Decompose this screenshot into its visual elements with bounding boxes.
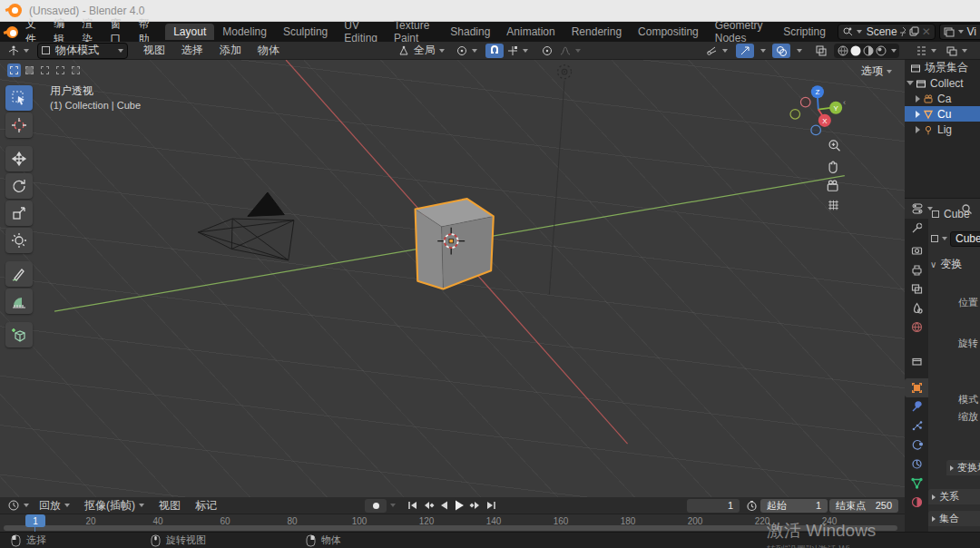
select-subtract-mode[interactable]: [38, 64, 52, 77]
new-scene-icon[interactable]: [908, 26, 919, 37]
light-object[interactable]: [549, 65, 571, 295]
menu-add[interactable]: 添加: [211, 43, 250, 58]
delta-transform-panel[interactable]: 变换增量: [946, 460, 980, 475]
menu-object[interactable]: 物体: [250, 43, 288, 58]
tab-output[interactable]: [905, 260, 928, 279]
select-invert-mode[interactable]: [54, 64, 67, 77]
mode-selector[interactable]: 物体模式: [37, 43, 128, 59]
use-preview-range-icon[interactable]: [746, 500, 758, 512]
tab-modifiers[interactable]: [905, 397, 928, 416]
outliner-light[interactable]: Lig: [905, 122, 980, 137]
blender-app-icon[interactable]: [6, 26, 18, 38]
view-layer-selector[interactable]: Vi: [939, 24, 980, 40]
menu-timeline-view[interactable]: 视图: [152, 498, 188, 514]
camera-view-button[interactable]: [828, 181, 838, 191]
tab-material[interactable]: [905, 493, 928, 512]
current-frame-field[interactable]: 1: [687, 499, 740, 513]
outliner-display-mode[interactable]: [912, 44, 939, 58]
tool-move[interactable]: [5, 146, 33, 171]
scene-name[interactable]: Scene: [867, 25, 897, 38]
tab-constraints[interactable]: [905, 455, 928, 474]
tab-physics[interactable]: [905, 435, 928, 455]
tab-animation[interactable]: Animation: [498, 24, 563, 40]
visibility-popover[interactable]: [703, 44, 730, 58]
tab-world[interactable]: [905, 318, 928, 337]
collections-panel[interactable]: 集合: [928, 511, 980, 526]
tab-particles[interactable]: [905, 416, 928, 435]
tab-collection[interactable]: [905, 352, 928, 371]
outliner-camera[interactable]: Ca: [905, 91, 980, 106]
axis-neg-y-ball[interactable]: [790, 110, 800, 120]
auto-keyframe-toggle[interactable]: [365, 499, 387, 513]
menu-view[interactable]: 视图: [135, 43, 173, 58]
xray-toggle[interactable]: [812, 44, 830, 58]
tab-compositing[interactable]: Compositing: [630, 24, 707, 40]
timeline-ruler[interactable]: 20 40 60 80 100 120 140 160 180 200 220 …: [0, 514, 905, 532]
select-intersect-mode[interactable]: [69, 64, 83, 77]
frame-end-field[interactable]: 结束点 250: [829, 499, 898, 513]
collapse-icon[interactable]: [906, 81, 914, 85]
transform-orientation[interactable]: 全局: [395, 44, 447, 58]
tool-transform[interactable]: [5, 228, 33, 253]
tab-object-data[interactable]: [905, 474, 928, 493]
tool-cursor[interactable]: [5, 113, 33, 138]
axis-neg-z-ball[interactable]: [811, 125, 821, 135]
tab-object[interactable]: [905, 378, 928, 397]
view-layer-name[interactable]: Vi: [967, 25, 976, 38]
expand-icon[interactable]: [916, 111, 920, 118]
navigation-gizmo[interactable]: Z Y X: [790, 85, 842, 135]
tool-select-box[interactable]: [5, 85, 33, 111]
overlays-dropdown[interactable]: [790, 44, 805, 58]
relations-panel[interactable]: 关系: [928, 489, 980, 504]
frame-start-field[interactable]: 起始 1: [760, 499, 828, 513]
scene-selector[interactable]: Scene ✕: [838, 24, 936, 40]
transform-panel-header[interactable]: ∨ 变换: [928, 257, 980, 272]
material-shading-icon[interactable]: [862, 44, 875, 57]
gizmos-dropdown[interactable]: [754, 44, 769, 58]
wireframe-shading-icon[interactable]: [837, 44, 849, 57]
tool-rotate[interactable]: [5, 173, 33, 199]
cube-object[interactable]: [416, 199, 494, 289]
options-button[interactable]: 选项: [861, 64, 892, 79]
proportional-editing-toggle[interactable]: [538, 44, 556, 58]
chevron-down-icon[interactable]: [891, 49, 897, 53]
tab-render[interactable]: [905, 241, 928, 260]
proportional-falloff-button[interactable]: [556, 44, 583, 58]
timeline-editor-type[interactable]: [5, 498, 32, 513]
tab-modeling[interactable]: Modeling: [214, 24, 275, 40]
expand-icon[interactable]: [916, 95, 920, 103]
select-set-mode[interactable]: [7, 64, 21, 77]
tab-view-layer[interactable]: [905, 279, 928, 298]
tab-tool[interactable]: [905, 219, 928, 238]
3d-viewport[interactable]: Z Y X ‹ 用户透视 (1) Collection | Cube: [0, 60, 905, 497]
outliner-filter[interactable]: [943, 44, 970, 58]
tab-rendering[interactable]: Rendering: [564, 24, 630, 40]
pan-button[interactable]: [829, 161, 837, 172]
outliner-cube-selected[interactable]: Cu: [905, 106, 980, 122]
pivot-point-button[interactable]: [453, 44, 480, 58]
tab-scripting[interactable]: Scripting: [775, 24, 834, 40]
snap-settings-button[interactable]: [504, 44, 531, 58]
gizmos-toggle[interactable]: [736, 44, 754, 58]
tab-shading[interactable]: Shading: [442, 24, 498, 40]
expand-icon[interactable]: [916, 126, 920, 133]
next-keyframe-button[interactable]: [468, 500, 482, 511]
pin-icon[interactable]: [897, 26, 908, 37]
outliner-collection[interactable]: Collect: [905, 75, 980, 91]
sidebar-toggle-arrow[interactable]: ‹: [843, 97, 846, 107]
tab-sculpting[interactable]: Sculpting: [275, 24, 336, 40]
prev-keyframe-button[interactable]: [422, 500, 436, 511]
tool-measure[interactable]: [5, 289, 33, 314]
select-extend-mode[interactable]: [23, 64, 36, 77]
camera-object[interactable]: [198, 192, 294, 260]
menu-keying[interactable]: 抠像(插帧): [77, 498, 152, 514]
jump-to-start-button[interactable]: [407, 500, 419, 511]
menu-playback[interactable]: 回放: [32, 498, 77, 514]
object-name-field[interactable]: Cube: [950, 231, 980, 247]
tool-annotate[interactable]: [5, 261, 33, 287]
editor-type-button[interactable]: [5, 44, 32, 58]
jump-to-end-button[interactable]: [485, 500, 497, 511]
rendered-shading-icon[interactable]: [875, 44, 887, 57]
play-button[interactable]: [453, 499, 466, 512]
zoom-button[interactable]: [829, 141, 839, 151]
